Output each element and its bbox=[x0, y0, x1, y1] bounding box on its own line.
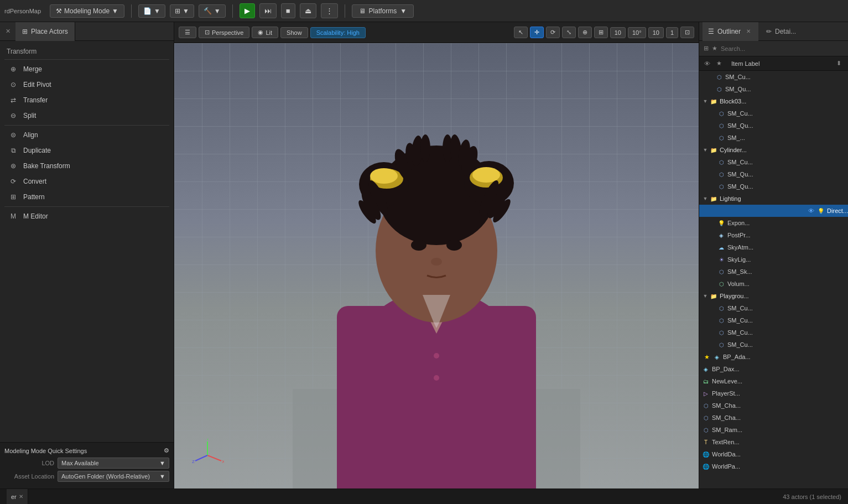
tree-item[interactable]: ⬡ SM_Sk... bbox=[699, 266, 848, 278]
sort-icon[interactable]: ⬍ bbox=[836, 60, 846, 67]
tree-item[interactable]: 🌐 WorldDa... bbox=[699, 448, 848, 460]
tree-item-player[interactable]: ▷ PlayerSt... bbox=[699, 387, 848, 399]
visibility-col-icon[interactable]: 👁 bbox=[701, 58, 712, 69]
tree-item[interactable]: ⬡ SM_Cu... bbox=[699, 314, 848, 326]
m-editor-item[interactable]: M M Editor bbox=[0, 209, 174, 224]
tree-item-newlevel[interactable]: 🗂 NewLeve... bbox=[699, 375, 848, 387]
layout-button[interactable]: ⊞ ▼ bbox=[170, 4, 194, 18]
tree-item[interactable]: ⬡ SM_Qu... bbox=[699, 168, 848, 180]
platforms-button[interactable]: 🖥 Platforms ▼ bbox=[352, 4, 414, 18]
pattern-item[interactable]: ⊞ Pattern bbox=[0, 189, 174, 205]
place-actors-tab[interactable]: ⊞ Place Actors bbox=[15, 22, 75, 41]
visibility-toggle[interactable]: 👁 bbox=[805, 205, 816, 216]
tree-item-directional-light[interactable]: 👁 💡 Direct... bbox=[699, 205, 848, 217]
outliner-tab-close[interactable]: ✕ bbox=[744, 27, 753, 36]
settings-gear-icon[interactable]: ⚙ bbox=[164, 447, 169, 454]
rotate-tool-button[interactable]: ⟳ bbox=[546, 27, 560, 38]
eject-button[interactable]: ⏏ bbox=[300, 3, 316, 18]
viewport[interactable]: ☰ ⊡ Perspective ◉ Lit Show Scalability: … bbox=[174, 22, 699, 489]
convert-item[interactable]: ⟳ Convert bbox=[0, 174, 174, 189]
align-item[interactable]: ⊜ Align bbox=[0, 127, 174, 143]
duplicate-item[interactable]: ⧉ Duplicate bbox=[0, 143, 174, 158]
snap-1-button[interactable]: 1 bbox=[666, 27, 678, 38]
tree-item[interactable]: ☀ SkyLig... bbox=[699, 253, 848, 266]
player-icon: ▷ bbox=[701, 389, 710, 398]
tree-item[interactable]: ⬡ SM_... bbox=[699, 132, 848, 144]
tree-item[interactable]: ⬡ SM_Qu... bbox=[699, 119, 848, 132]
bake-transform-item[interactable]: ⊛ Bake Transform bbox=[0, 158, 174, 174]
tree-folder-lighting[interactable]: ▼ 📁 Lighting bbox=[699, 193, 848, 205]
tree-item[interactable]: ⬡ SM_Cu... bbox=[699, 156, 848, 168]
tree-item[interactable]: ⬡ SM_Ram... bbox=[699, 424, 848, 436]
tree-item[interactable]: ⬡ SM_Cu... bbox=[699, 302, 848, 314]
build-button[interactable]: 🔨 ▼ bbox=[199, 4, 226, 18]
left-tab-close[interactable]: ✕ bbox=[0, 22, 15, 41]
angle-snap-button[interactable]: 10° bbox=[628, 27, 646, 38]
tree-item[interactable]: ⬡ SM_Cu... bbox=[699, 339, 848, 351]
lit-button[interactable]: ◉ Lit bbox=[252, 27, 278, 38]
location-dropdown[interactable]: AutoGen Folder (World-Relative) ▼ bbox=[58, 471, 169, 482]
mesh-icon: ⬡ bbox=[717, 158, 726, 167]
scale-snap-button[interactable]: 10 bbox=[648, 27, 664, 38]
details-label: Detai... bbox=[775, 28, 796, 35]
camera-button[interactable]: ⊡ bbox=[680, 27, 694, 38]
advance-frame-button[interactable]: ⏭ bbox=[259, 3, 277, 18]
svg-point-10 bbox=[370, 168, 398, 184]
select-tool-button[interactable]: ↖ bbox=[514, 27, 528, 38]
star-icon[interactable]: ★ bbox=[701, 351, 712, 362]
text-icon: T bbox=[701, 438, 710, 446]
edit-pivot-item[interactable]: ⊙ Edit Pivot bbox=[0, 77, 174, 92]
stop-button[interactable]: ■ bbox=[281, 3, 295, 18]
scalability-button[interactable]: Scalability: High bbox=[310, 27, 366, 38]
tree-item[interactable]: ◈ PostPr... bbox=[699, 229, 848, 241]
tree-item[interactable]: ⬡ Volum... bbox=[699, 278, 848, 290]
tree-item[interactable]: ⬡ SM_Cu... bbox=[699, 326, 848, 339]
toolbar-separator bbox=[131, 4, 132, 18]
show-button[interactable]: Show bbox=[280, 27, 308, 38]
tree-item[interactable]: ⬡ SM_Cha... bbox=[699, 399, 848, 412]
scale-tool-button[interactable]: ⤡ bbox=[562, 27, 576, 38]
tree-folder-cylinder[interactable]: ▼ 📁 Cylinder... bbox=[699, 144, 848, 156]
tree-item[interactable]: ⬡ SM_Qu... bbox=[699, 83, 848, 95]
folder-label: Playgrou... bbox=[720, 293, 749, 299]
search-input[interactable] bbox=[721, 45, 844, 52]
play-button[interactable]: ▶ bbox=[240, 3, 255, 18]
tree-item[interactable]: ⬡ SM_Cu... bbox=[699, 71, 848, 83]
lighting-folder-label: Lighting bbox=[720, 195, 741, 202]
output-log-tab[interactable]: er ✕ bbox=[7, 489, 28, 504]
perspective-button[interactable]: ⊡ Perspective bbox=[199, 27, 249, 38]
tree-folder-playground[interactable]: ▼ 📁 Playgrou... bbox=[699, 290, 848, 302]
more-play-button[interactable]: ⋮ bbox=[321, 3, 338, 18]
output-tab-close[interactable]: ✕ bbox=[19, 493, 23, 500]
outliner-tab[interactable]: ☰ Outliner ✕ bbox=[703, 22, 758, 41]
transfer-icon: ⇄ bbox=[9, 96, 18, 105]
tree-item[interactable]: ⬡ SM_Cha... bbox=[699, 412, 848, 424]
grid-size-button[interactable]: 10 bbox=[610, 27, 626, 38]
tree-item[interactable]: ☁ SkyAtm... bbox=[699, 241, 848, 253]
folder-icon: 📁 bbox=[709, 146, 718, 154]
tree-item-bp-dax[interactable]: ◈ BP_Dax... bbox=[699, 363, 848, 375]
tree-item[interactable]: 🌐 WorldPa... bbox=[699, 460, 848, 472]
split-item[interactable]: ⊖ Split bbox=[0, 108, 174, 123]
layout-icon: ⊞ bbox=[175, 7, 180, 15]
m-editor-icon: M bbox=[9, 212, 18, 221]
transfer-item[interactable]: ⇄ Transfer bbox=[0, 92, 174, 108]
world-tool-button[interactable]: ⊕ bbox=[578, 27, 592, 38]
new-level-button[interactable]: 📄 ▼ bbox=[138, 4, 165, 18]
tree-item[interactable]: T TextRen... bbox=[699, 436, 848, 448]
tree-item-bp-ada[interactable]: ★ ◈ BP_Ada... bbox=[699, 351, 848, 363]
merge-item[interactable]: ⊕ Merge bbox=[0, 61, 174, 77]
details-tab[interactable]: ✏ Detai... bbox=[761, 22, 802, 41]
tree-item[interactable]: ⬡ SM_Cu... bbox=[699, 107, 848, 119]
star-filter-icon[interactable]: ★ bbox=[712, 45, 717, 52]
tree-item[interactable]: ⬡ SM_Qu... bbox=[699, 180, 848, 193]
svg-point-32 bbox=[434, 353, 439, 358]
lod-dropdown[interactable]: Max Available ▼ bbox=[58, 458, 169, 469]
grid-tool-button[interactable]: ⊞ bbox=[594, 27, 608, 38]
star-col-icon[interactable]: ★ bbox=[714, 58, 725, 69]
tree-folder-block03[interactable]: ▼ 📁 Block03... bbox=[699, 95, 848, 107]
mode-button[interactable]: ⚒ Modeling Mode ▼ bbox=[50, 4, 124, 18]
tree-item[interactable]: 💡 Expon... bbox=[699, 217, 848, 229]
viewport-menu-button[interactable]: ☰ bbox=[179, 27, 196, 38]
move-tool-button[interactable]: ✛ bbox=[530, 27, 544, 38]
